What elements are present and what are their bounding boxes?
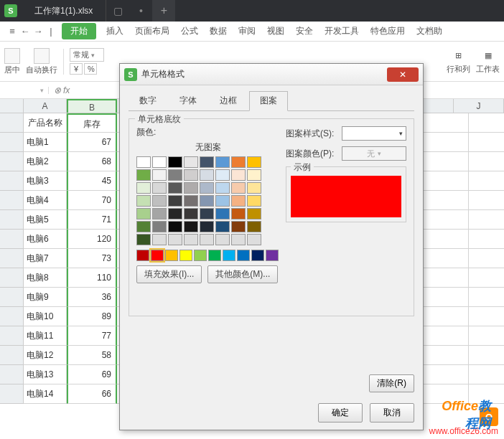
tab-view[interactable]: 视图 (261, 25, 290, 37)
percent-icon[interactable]: % (84, 63, 97, 75)
color-swatch[interactable] (215, 182, 230, 194)
cell-b[interactable]: 73 (67, 249, 117, 268)
color-swatch[interactable] (152, 156, 167, 168)
swatch-none[interactable] (136, 156, 151, 168)
row-header[interactable] (0, 191, 24, 210)
color-swatch[interactable] (152, 221, 167, 232)
color-swatch[interactable] (184, 221, 198, 232)
color-swatch[interactable] (247, 169, 261, 181)
standard-swatch[interactable] (136, 250, 149, 261)
color-swatch[interactable] (247, 195, 261, 207)
fill-effects-button[interactable]: 填充效果(I)... (136, 265, 202, 283)
col-header-a[interactable]: A (24, 99, 67, 113)
color-swatch[interactable] (215, 156, 230, 168)
color-swatch[interactable] (136, 234, 151, 245)
cell-b[interactable]: 69 (67, 365, 117, 384)
color-swatch[interactable] (168, 182, 182, 194)
color-swatch[interactable] (168, 169, 182, 181)
col-header-j[interactable]: J (454, 99, 504, 113)
row-header[interactable] (0, 249, 24, 268)
cell-a[interactable]: 电脑2 (24, 152, 67, 171)
cell-b[interactable]: 68 (67, 152, 117, 171)
toolbar-rowcol[interactable]: ⊞ 行和列 (447, 49, 470, 75)
row-header[interactable] (0, 307, 24, 326)
color-swatch[interactable] (168, 156, 182, 168)
tab-border[interactable]: 边框 (209, 91, 248, 110)
standard-swatch[interactable] (208, 250, 221, 261)
tab-pattern[interactable]: 图案 (249, 91, 288, 111)
tab-special[interactable]: 特色应用 (365, 25, 411, 37)
color-swatch[interactable] (152, 182, 167, 194)
color-swatch[interactable] (152, 208, 167, 220)
color-swatch[interactable] (136, 221, 151, 232)
color-swatch[interactable] (184, 208, 198, 220)
clear-button[interactable]: 清除(R) (369, 374, 414, 392)
standard-swatch[interactable] (223, 250, 235, 261)
color-swatch[interactable] (200, 208, 214, 220)
color-swatch[interactable] (231, 234, 246, 245)
color-swatch[interactable] (184, 156, 198, 168)
standard-swatch[interactable] (194, 250, 207, 261)
dialog-titlebar[interactable]: S 单元格格式 ✕ (120, 64, 423, 85)
cell-b[interactable]: 66 (67, 384, 117, 404)
color-swatch[interactable] (184, 195, 198, 207)
cell-b-header[interactable]: 库存 (67, 113, 117, 133)
standard-swatch[interactable] (179, 250, 192, 261)
row-header[interactable] (0, 210, 24, 230)
tab-review[interactable]: 审阅 (233, 25, 261, 37)
row-header[interactable] (0, 326, 24, 346)
cell-a[interactable]: 电脑6 (24, 230, 67, 249)
cell-a[interactable]: 电脑12 (24, 346, 67, 365)
color-swatch[interactable] (168, 195, 182, 207)
toolbar-wrap-group[interactable]: 自动换行 (26, 48, 57, 75)
standard-swatch[interactable] (251, 250, 264, 261)
color-swatch[interactable] (215, 221, 230, 232)
color-swatch[interactable] (231, 195, 246, 207)
cell-b[interactable]: 67 (67, 133, 117, 152)
ok-button[interactable]: 确定 (318, 403, 363, 423)
pattern-style-combo[interactable]: ▾ (342, 126, 406, 141)
cell-a[interactable]: 电脑13 (24, 365, 67, 384)
row-header[interactable] (0, 113, 24, 133)
cell-a[interactable]: 电脑14 (24, 384, 67, 404)
color-swatch[interactable] (152, 169, 167, 181)
cell-a[interactable]: 电脑11 (24, 326, 67, 346)
row-header[interactable] (0, 384, 24, 404)
color-swatch[interactable] (184, 182, 198, 194)
color-swatch[interactable] (247, 208, 261, 220)
color-swatch[interactable] (215, 169, 230, 181)
file-tab[interactable]: 工作簿1(1).xlsx (22, 0, 106, 22)
cell-a[interactable]: 电脑9 (24, 288, 67, 307)
cell-a[interactable]: 电脑10 (24, 307, 67, 326)
color-swatch[interactable] (231, 182, 246, 194)
color-swatch[interactable] (152, 234, 167, 245)
color-swatch[interactable] (215, 208, 230, 220)
tab-doc[interactable]: 文档助 (411, 25, 448, 37)
toolbar-sheet[interactable]: ▦ 工作表 (476, 49, 500, 75)
cell-a[interactable]: 电脑8 (24, 268, 67, 288)
forward-icon[interactable]: → (32, 26, 45, 37)
standard-swatch[interactable] (165, 250, 178, 261)
color-swatch[interactable] (231, 208, 246, 220)
cell-b[interactable]: 45 (67, 171, 117, 191)
cell-b[interactable]: 120 (67, 230, 117, 249)
fx-icon[interactable]: ⊗ fx (49, 85, 75, 95)
cell-a[interactable]: 电脑7 (24, 249, 67, 268)
color-swatch[interactable] (168, 221, 182, 232)
row-header[interactable] (0, 365, 24, 384)
tab-devtools[interactable]: 开发工具 (319, 25, 365, 37)
col-header-b[interactable]: B (67, 99, 117, 113)
select-all-corner[interactable] (0, 99, 24, 113)
tab-formula[interactable]: 公式 (175, 25, 204, 37)
color-swatch[interactable] (200, 195, 214, 207)
color-swatch[interactable] (168, 208, 182, 220)
color-swatch[interactable] (136, 182, 151, 194)
color-swatch[interactable] (215, 234, 230, 245)
cell-a[interactable]: 电脑1 (24, 133, 67, 152)
color-swatch[interactable] (231, 169, 246, 181)
color-swatch[interactable] (215, 195, 230, 207)
cell-b[interactable]: 77 (67, 326, 117, 346)
row-header[interactable] (0, 133, 24, 152)
row-header[interactable] (0, 346, 24, 365)
tab-security[interactable]: 安全 (290, 25, 319, 37)
